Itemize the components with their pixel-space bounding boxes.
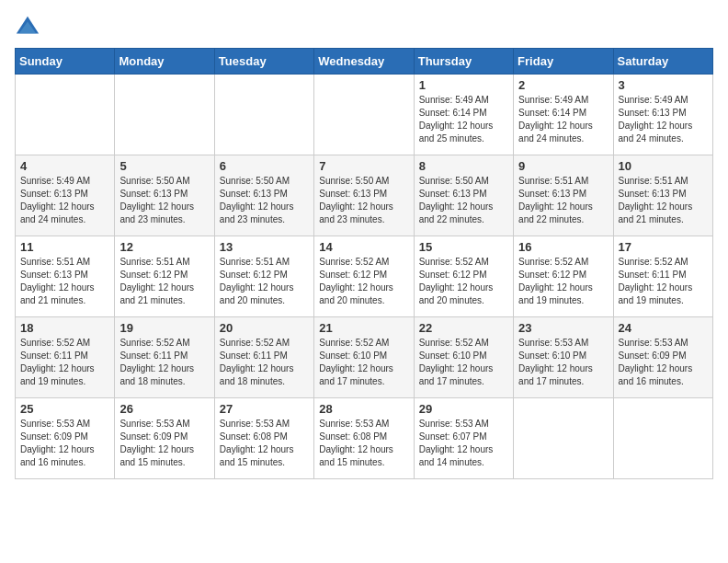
- calendar-cell: [16, 75, 115, 155]
- day-number: 5: [119, 159, 209, 173]
- calendar-week-4: 18Sunrise: 5:52 AM Sunset: 6:11 PM Dayli…: [16, 317, 713, 398]
- day-info: Sunrise: 5:50 AM Sunset: 6:13 PM Dayligh…: [419, 175, 508, 226]
- day-info: Sunrise: 5:49 AM Sunset: 6:13 PM Dayligh…: [619, 94, 708, 145]
- calendar-cell: 26Sunrise: 5:53 AM Sunset: 6:09 PM Dayli…: [115, 398, 214, 479]
- day-info: Sunrise: 5:53 AM Sunset: 6:08 PM Dayligh…: [220, 418, 309, 469]
- weekday-header-monday: Monday: [115, 49, 214, 75]
- calendar-week-5: 25Sunrise: 5:53 AM Sunset: 6:09 PM Dayli…: [16, 398, 713, 479]
- day-info: Sunrise: 5:51 AM Sunset: 6:12 PM Dayligh…: [119, 256, 209, 307]
- calendar-cell: 19Sunrise: 5:52 AM Sunset: 6:11 PM Dayli…: [115, 317, 214, 398]
- calendar-cell: 3Sunrise: 5:49 AM Sunset: 6:13 PM Daylig…: [613, 75, 712, 155]
- day-number: 16: [518, 240, 608, 254]
- day-info: Sunrise: 5:53 AM Sunset: 6:08 PM Dayligh…: [319, 418, 408, 469]
- day-info: Sunrise: 5:51 AM Sunset: 6:13 PM Dayligh…: [518, 175, 608, 226]
- day-number: 2: [518, 78, 608, 92]
- day-info: Sunrise: 5:53 AM Sunset: 6:10 PM Dayligh…: [518, 337, 608, 388]
- day-number: 9: [518, 159, 608, 173]
- day-number: 8: [419, 159, 508, 173]
- weekday-header-wednesday: Wednesday: [314, 49, 414, 75]
- calendar-cell: 24Sunrise: 5:53 AM Sunset: 6:09 PM Dayli…: [613, 317, 712, 398]
- day-number: 22: [419, 321, 508, 335]
- calendar-cell: 6Sunrise: 5:50 AM Sunset: 6:13 PM Daylig…: [214, 155, 313, 236]
- day-number: 24: [619, 321, 708, 335]
- weekday-header-tuesday: Tuesday: [214, 49, 313, 75]
- calendar-cell: 22Sunrise: 5:52 AM Sunset: 6:10 PM Dayli…: [414, 317, 513, 398]
- day-info: Sunrise: 5:52 AM Sunset: 6:11 PM Dayligh…: [619, 256, 708, 307]
- calendar-cell: 10Sunrise: 5:51 AM Sunset: 6:13 PM Dayli…: [613, 155, 712, 236]
- day-info: Sunrise: 5:52 AM Sunset: 6:10 PM Dayligh…: [419, 337, 508, 388]
- calendar-cell: [214, 75, 313, 155]
- calendar-cell: 8Sunrise: 5:50 AM Sunset: 6:13 PM Daylig…: [414, 155, 513, 236]
- day-number: 29: [419, 402, 508, 416]
- day-info: Sunrise: 5:51 AM Sunset: 6:13 PM Dayligh…: [20, 256, 109, 307]
- calendar-cell: [613, 398, 712, 479]
- day-number: 13: [220, 240, 309, 254]
- day-number: 20: [220, 321, 309, 335]
- day-info: Sunrise: 5:50 AM Sunset: 6:13 PM Dayligh…: [119, 175, 209, 226]
- day-number: 15: [419, 240, 508, 254]
- day-info: Sunrise: 5:51 AM Sunset: 6:13 PM Dayligh…: [619, 175, 708, 226]
- day-info: Sunrise: 5:53 AM Sunset: 6:09 PM Dayligh…: [20, 418, 109, 469]
- calendar-cell: 14Sunrise: 5:52 AM Sunset: 6:12 PM Dayli…: [314, 236, 414, 317]
- day-number: 6: [220, 159, 309, 173]
- day-info: Sunrise: 5:51 AM Sunset: 6:12 PM Dayligh…: [220, 256, 309, 307]
- day-info: Sunrise: 5:49 AM Sunset: 6:14 PM Dayligh…: [419, 94, 508, 145]
- logo-icon: [15, 15, 40, 40]
- calendar-cell: 9Sunrise: 5:51 AM Sunset: 6:13 PM Daylig…: [514, 155, 613, 236]
- day-number: 25: [20, 402, 109, 416]
- calendar-cell: 1Sunrise: 5:49 AM Sunset: 6:14 PM Daylig…: [414, 75, 513, 155]
- calendar-week-3: 11Sunrise: 5:51 AM Sunset: 6:13 PM Dayli…: [16, 236, 713, 317]
- day-info: Sunrise: 5:52 AM Sunset: 6:11 PM Dayligh…: [220, 337, 309, 388]
- day-info: Sunrise: 5:53 AM Sunset: 6:09 PM Dayligh…: [119, 418, 209, 469]
- day-number: 27: [220, 402, 309, 416]
- calendar-cell: 2Sunrise: 5:49 AM Sunset: 6:14 PM Daylig…: [514, 75, 613, 155]
- day-info: Sunrise: 5:50 AM Sunset: 6:13 PM Dayligh…: [220, 175, 309, 226]
- calendar-cell: 21Sunrise: 5:52 AM Sunset: 6:10 PM Dayli…: [314, 317, 414, 398]
- day-info: Sunrise: 5:53 AM Sunset: 6:09 PM Dayligh…: [619, 337, 708, 388]
- day-number: 4: [20, 159, 109, 173]
- calendar-cell: 13Sunrise: 5:51 AM Sunset: 6:12 PM Dayli…: [214, 236, 313, 317]
- day-info: Sunrise: 5:50 AM Sunset: 6:13 PM Dayligh…: [319, 175, 408, 226]
- day-number: 26: [119, 402, 209, 416]
- calendar-cell: 15Sunrise: 5:52 AM Sunset: 6:12 PM Dayli…: [414, 236, 513, 317]
- day-number: 3: [619, 78, 708, 92]
- day-number: 1: [419, 78, 508, 92]
- calendar-cell: 20Sunrise: 5:52 AM Sunset: 6:11 PM Dayli…: [214, 317, 313, 398]
- calendar-cell: 18Sunrise: 5:52 AM Sunset: 6:11 PM Dayli…: [16, 317, 115, 398]
- day-info: Sunrise: 5:49 AM Sunset: 6:13 PM Dayligh…: [20, 175, 109, 226]
- calendar-header-row: SundayMondayTuesdayWednesdayThursdayFrid…: [16, 49, 713, 75]
- calendar-cell: 11Sunrise: 5:51 AM Sunset: 6:13 PM Dayli…: [16, 236, 115, 317]
- day-number: 21: [319, 321, 408, 335]
- day-number: 17: [619, 240, 708, 254]
- day-info: Sunrise: 5:52 AM Sunset: 6:11 PM Dayligh…: [119, 337, 209, 388]
- day-info: Sunrise: 5:52 AM Sunset: 6:12 PM Dayligh…: [319, 256, 408, 307]
- logo: [15, 15, 44, 40]
- calendar-cell: 29Sunrise: 5:53 AM Sunset: 6:07 PM Dayli…: [414, 398, 513, 479]
- day-number: 19: [119, 321, 209, 335]
- day-number: 10: [619, 159, 708, 173]
- calendar-cell: 25Sunrise: 5:53 AM Sunset: 6:09 PM Dayli…: [16, 398, 115, 479]
- calendar-cell: 23Sunrise: 5:53 AM Sunset: 6:10 PM Dayli…: [514, 317, 613, 398]
- weekday-header-saturday: Saturday: [613, 49, 712, 75]
- calendar-cell: 27Sunrise: 5:53 AM Sunset: 6:08 PM Dayli…: [214, 398, 313, 479]
- page-header: [15, 15, 713, 40]
- calendar-cell: 5Sunrise: 5:50 AM Sunset: 6:13 PM Daylig…: [115, 155, 214, 236]
- calendar-cell: 4Sunrise: 5:49 AM Sunset: 6:13 PM Daylig…: [16, 155, 115, 236]
- weekday-header-friday: Friday: [514, 49, 613, 75]
- day-number: 23: [518, 321, 608, 335]
- day-number: 14: [319, 240, 408, 254]
- day-number: 28: [319, 402, 408, 416]
- day-number: 7: [319, 159, 408, 173]
- day-number: 12: [119, 240, 209, 254]
- calendar-cell: 17Sunrise: 5:52 AM Sunset: 6:11 PM Dayli…: [613, 236, 712, 317]
- weekday-header-sunday: Sunday: [16, 49, 115, 75]
- calendar-cell: 12Sunrise: 5:51 AM Sunset: 6:12 PM Dayli…: [115, 236, 214, 317]
- day-info: Sunrise: 5:49 AM Sunset: 6:14 PM Dayligh…: [518, 94, 608, 145]
- calendar-cell: 28Sunrise: 5:53 AM Sunset: 6:08 PM Dayli…: [314, 398, 414, 479]
- calendar-week-1: 1Sunrise: 5:49 AM Sunset: 6:14 PM Daylig…: [16, 75, 713, 155]
- calendar-cell: [514, 398, 613, 479]
- weekday-header-thursday: Thursday: [414, 49, 513, 75]
- calendar-cell: 16Sunrise: 5:52 AM Sunset: 6:12 PM Dayli…: [514, 236, 613, 317]
- day-info: Sunrise: 5:53 AM Sunset: 6:07 PM Dayligh…: [419, 418, 508, 469]
- day-info: Sunrise: 5:52 AM Sunset: 6:11 PM Dayligh…: [20, 337, 109, 388]
